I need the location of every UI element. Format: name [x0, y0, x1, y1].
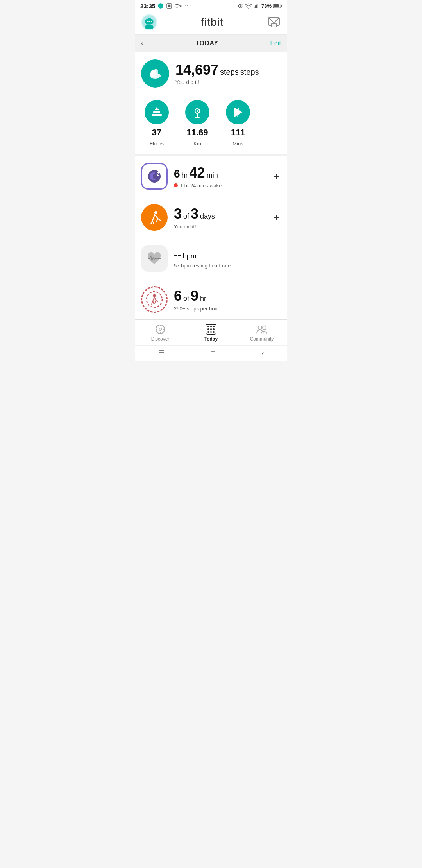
- svg-rect-29: [153, 111, 160, 113]
- svg-point-48: [207, 326, 209, 327]
- date-nav: ‹ TODAY Edit: [135, 35, 287, 52]
- sleep-hours: 6: [174, 168, 180, 180]
- stat-km[interactable]: 11.69 Km: [182, 100, 213, 147]
- svg-point-58: [263, 326, 266, 330]
- hourly-icon: [141, 286, 168, 313]
- mins-value: 111: [231, 127, 245, 138]
- steps-unit-label: steps: [240, 68, 259, 76]
- km-value: 11.69: [186, 127, 208, 138]
- android-menu-button[interactable]: ☰: [158, 349, 165, 357]
- floors-value: 37: [152, 127, 161, 138]
- mins-label: Mins: [232, 141, 243, 147]
- active-sub: You did it!: [174, 224, 196, 230]
- back-button[interactable]: ‹: [141, 39, 144, 48]
- svg-text:Z: Z: [157, 172, 159, 176]
- floors-label: Floors: [150, 141, 164, 147]
- svg-rect-28: [152, 114, 162, 116]
- svg-rect-10: [256, 5, 257, 8]
- nav-discover[interactable]: Discover: [145, 324, 176, 342]
- status-icon-key: [175, 3, 182, 9]
- discover-label: Discover: [151, 336, 170, 342]
- status-bar: 23:35 ⊙ ··· 73%: [135, 0, 287, 11]
- active-add-button[interactable]: +: [272, 212, 281, 224]
- svg-point-49: [210, 326, 212, 327]
- heart-metric[interactable]: -- bpm 57 bpm resting heart rate: [135, 238, 287, 279]
- metrics-list: Z 6 hr 42 min 1 hr 24 min awake +: [135, 156, 287, 320]
- svg-rect-24: [271, 24, 277, 27]
- svg-point-21: [151, 21, 152, 22]
- android-home-button[interactable]: □: [211, 349, 215, 357]
- svg-point-50: [213, 326, 215, 327]
- hourly-hr-unit: hr: [200, 294, 206, 303]
- battery-text: 73%: [261, 3, 272, 9]
- hourly-content: 6 of 9 hr 250+ steps per hour: [174, 288, 281, 312]
- heart-content: -- bpm 57 bpm resting heart rate: [174, 249, 281, 269]
- sleep-min-unit: min: [207, 171, 218, 179]
- steps-value: 14,697: [175, 62, 218, 78]
- today-label: Today: [204, 336, 218, 342]
- svg-rect-8: [254, 7, 254, 8]
- android-back-button[interactable]: ‹: [261, 349, 264, 357]
- svg-point-40: [153, 294, 156, 297]
- km-label: Km: [193, 141, 201, 147]
- svg-marker-35: [234, 108, 235, 117]
- svg-point-20: [148, 21, 150, 22]
- active-current: 3: [174, 206, 182, 222]
- svg-point-55: [210, 331, 212, 333]
- community-label: Community: [250, 336, 274, 342]
- svg-point-38: [154, 211, 157, 214]
- km-icon: [185, 100, 209, 124]
- sleep-content: 6 hr 42 min 1 hr 24 min awake: [174, 165, 266, 188]
- today-icon: [206, 324, 216, 335]
- floors-icon: [145, 100, 169, 124]
- svg-point-51: [207, 328, 209, 330]
- svg-rect-14: [274, 4, 279, 7]
- sleep-icon: Z: [141, 163, 168, 190]
- svg-point-3: [175, 4, 179, 7]
- nav-community[interactable]: Community: [246, 324, 277, 342]
- svg-point-27: [154, 69, 158, 75]
- hourly-goal: 9: [191, 288, 198, 304]
- steps-icon: [141, 59, 169, 88]
- svg-text:⊙: ⊙: [159, 4, 162, 8]
- svg-rect-11: [257, 4, 258, 8]
- svg-point-33: [197, 110, 198, 112]
- sleep-add-button[interactable]: +: [272, 170, 281, 183]
- heart-sub: 57 bpm resting heart rate: [174, 263, 231, 269]
- hourly-current: 6: [174, 288, 182, 304]
- svg-point-52: [210, 328, 212, 330]
- hourly-sub: 250+ steps per hour: [174, 306, 219, 312]
- android-nav: ☰ □ ‹: [135, 345, 287, 361]
- svg-point-57: [258, 326, 262, 330]
- active-metric[interactable]: 3 of 3 days You did it! +: [135, 197, 287, 238]
- stat-floors[interactable]: 37 Floors: [141, 100, 172, 147]
- steps-section: 14,697 steps steps You did it!: [135, 52, 287, 95]
- svg-point-42: [159, 328, 161, 330]
- top-nav: fitbit: [135, 11, 287, 35]
- community-icon: [256, 324, 267, 335]
- avatar[interactable]: [141, 14, 157, 30]
- svg-rect-9: [255, 5, 256, 8]
- steps-sub: You did it!: [175, 79, 259, 85]
- active-days-unit: days: [200, 212, 215, 221]
- svg-point-39: [147, 292, 162, 307]
- bottom-nav: Discover Today: [135, 319, 287, 345]
- svg-rect-13: [281, 5, 282, 7]
- heart-value: --: [174, 249, 181, 261]
- svg-point-19: [147, 21, 148, 22]
- edit-button[interactable]: Edit: [270, 40, 281, 47]
- nav-today[interactable]: Today: [195, 324, 227, 342]
- status-icon-1: ⊙: [157, 3, 164, 9]
- svg-point-53: [213, 328, 215, 330]
- steps-unit: steps: [220, 68, 239, 76]
- svg-point-54: [207, 331, 209, 333]
- sleep-metric[interactable]: Z 6 hr 42 min 1 hr 24 min awake +: [135, 156, 287, 197]
- active-icon: [141, 204, 168, 231]
- heart-unit: bpm: [183, 252, 197, 260]
- sleep-mins: 42: [190, 165, 205, 181]
- active-of: of: [183, 212, 189, 221]
- stat-mins[interactable]: 111 Mins: [222, 100, 254, 147]
- hourly-metric[interactable]: 6 of 9 hr 250+ steps per hour: [135, 279, 287, 320]
- status-time: 23:35: [140, 3, 155, 9]
- inbox-button[interactable]: [267, 15, 281, 29]
